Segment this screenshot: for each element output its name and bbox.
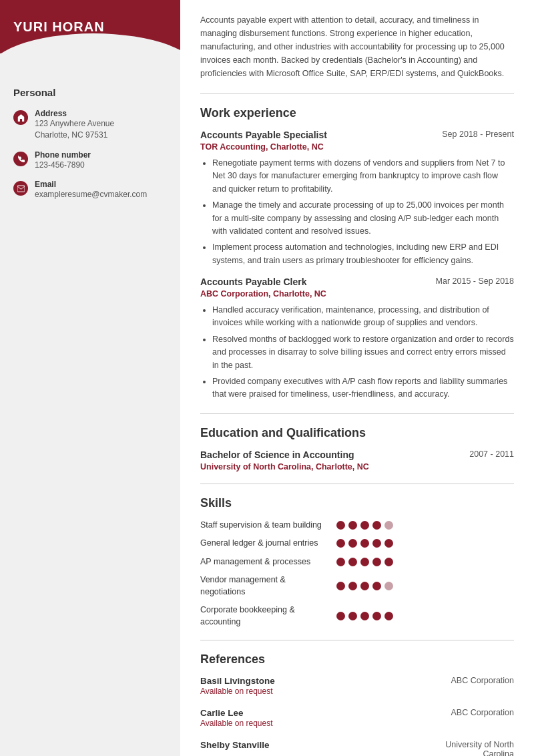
sidebar-header: YURI HORAN — [0, 0, 180, 53]
dot — [348, 582, 357, 590]
dot — [384, 582, 393, 590]
references-section: References Basil Livingstone ABC Corpora… — [200, 652, 514, 756]
dot — [372, 558, 381, 566]
dot — [372, 612, 381, 620]
job-2-title: Accounts Payable Clerk — [200, 276, 307, 287]
skills-grid: Staff supervision & team building Genera… — [200, 520, 514, 628]
ref-2-company: University of NorthCarolina — [445, 740, 514, 756]
email-label: Email — [35, 180, 147, 189]
ref-item-1: Carlie Lee ABC Corporation Available on … — [200, 708, 514, 728]
ref-item-2: Shelby Stanville University of NorthCaro… — [200, 740, 514, 756]
ref-1-company: ABC Corporation — [451, 708, 515, 717]
phone-value: 123-456-7890 — [35, 160, 91, 171]
skill-0-name: Staff supervision & team building — [200, 520, 327, 532]
email-content: Email exampleresume@cvmaker.com — [35, 180, 147, 200]
bullet-item: Provided company executives with A/P cas… — [212, 375, 514, 401]
job-1-dates: Sep 2018 - Present — [442, 130, 514, 139]
phone-item: Phone number 123-456-7890 — [13, 150, 167, 171]
skill-row-1: General ledger & journal entries — [200, 538, 514, 550]
dot — [384, 612, 393, 620]
divider-3 — [200, 484, 514, 484]
svg-rect-0 — [17, 186, 25, 192]
job-1-title: Accounts Payable Specialist — [200, 130, 327, 140]
bullet-item: Implement process automation and technol… — [212, 241, 514, 267]
job-1-company: TOR Accounting, Charlotte, NC — [200, 142, 514, 152]
job-2-bullets: Handled accuracy verification, maintenan… — [200, 304, 514, 401]
ref-item-0: Basil Livingstone ABC Corporation Availa… — [200, 676, 514, 696]
phone-content: Phone number 123-456-7890 — [35, 150, 91, 171]
dot — [336, 558, 345, 566]
work-experience-title: Work experience — [200, 106, 514, 120]
divider-2 — [200, 413, 514, 414]
dot — [348, 521, 357, 530]
skill-1-dots — [336, 539, 393, 548]
dot — [336, 582, 345, 590]
skill-3-dots — [336, 582, 393, 590]
dot — [372, 539, 381, 548]
job-2: Accounts Payable Clerk Mar 2015 - Sep 20… — [200, 276, 514, 401]
skill-row-0: Staff supervision & team building — [200, 520, 514, 532]
job-2-header: Accounts Payable Clerk Mar 2015 - Sep 20… — [200, 276, 514, 287]
dot — [360, 558, 369, 566]
dot — [360, 521, 369, 530]
skill-4-dots — [336, 612, 393, 620]
dot — [336, 521, 345, 530]
bullet-item: Resolved months of backlogged work to re… — [212, 333, 514, 372]
dot — [360, 582, 369, 590]
dot — [372, 521, 381, 530]
email-svg — [17, 185, 25, 192]
ref-0-name: Basil Livingstone — [200, 676, 275, 686]
ref-1-available: Available on request — [200, 719, 273, 728]
job-1-header: Accounts Payable Specialist Sep 2018 - P… — [200, 130, 514, 140]
skill-row-3: Vendor management & negotiations — [200, 574, 514, 598]
education-title: Education and Qualifications — [200, 426, 514, 440]
skill-2-dots — [336, 558, 393, 566]
email-item: Email exampleresume@cvmaker.com — [13, 180, 167, 200]
bullet-item: Manage the timely and accurate processin… — [212, 199, 514, 238]
dot — [348, 612, 357, 620]
address-icon — [13, 110, 28, 125]
dot — [336, 539, 345, 548]
job-2-company: ABC Corporation, Charlotte, NC — [200, 289, 514, 299]
ref-2-row: Shelby Stanville University of NorthCaro… — [200, 740, 514, 756]
resume-page: YURI HORAN Personal Address 123 Anywhere… — [0, 0, 534, 756]
main-content: Accounts payable expert with attention t… — [180, 0, 534, 756]
skill-4-name: Corporate bookkeeping & accounting — [200, 604, 327, 628]
dot — [348, 539, 357, 548]
skill-0-dots — [336, 521, 393, 530]
divider-1 — [200, 93, 514, 94]
skill-2-name: AP management & processes — [200, 556, 327, 568]
skill-row-2: AP management & processes — [200, 556, 514, 568]
dot — [384, 558, 393, 566]
email-value: exampleresume@cvmaker.com — [35, 189, 147, 200]
ref-2-name: Shelby Stanville — [200, 740, 270, 750]
job-1: Accounts Payable Specialist Sep 2018 - P… — [200, 130, 514, 267]
skills-section: Skills Staff supervision & team building — [200, 496, 514, 628]
email-icon — [13, 181, 28, 196]
sidebar: YURI HORAN Personal Address 123 Anywhere… — [0, 0, 180, 756]
dot — [384, 521, 393, 530]
phone-label: Phone number — [35, 150, 91, 160]
bullet-item: Renegotiate payment terms with dozens of… — [212, 157, 514, 196]
ref-1-row: Carlie Lee ABC Corporation — [200, 708, 514, 718]
edu-0-header: Bachelor of Science in Accounting 2007 -… — [200, 449, 514, 460]
edu-0-dates: 2007 - 2011 — [469, 449, 514, 459]
address-item: Address 123 Anywhere AvenueCharlotte, NC… — [13, 109, 167, 141]
work-experience-section: Work experience Accounts Payable Special… — [200, 106, 514, 401]
ref-0-company: ABC Corporation — [451, 676, 515, 685]
ref-0-row: Basil Livingstone ABC Corporation — [200, 676, 514, 686]
job-1-bullets: Renegotiate payment terms with dozens of… — [200, 157, 514, 267]
education-section: Education and Qualifications Bachelor of… — [200, 426, 514, 471]
ref-1-name: Carlie Lee — [200, 708, 244, 718]
dot — [360, 612, 369, 620]
divider-4 — [200, 640, 514, 640]
dot — [360, 539, 369, 548]
skills-title: Skills — [200, 496, 514, 510]
home-svg — [17, 114, 25, 122]
dot — [384, 539, 393, 548]
bullet-item: Handled accuracy verification, maintenan… — [212, 304, 514, 330]
edu-item-0: Bachelor of Science in Accounting 2007 -… — [200, 449, 514, 471]
skill-3-name: Vendor management & negotiations — [200, 574, 327, 598]
phone-svg — [17, 155, 25, 162]
skill-1-name: General ledger & journal entries — [200, 538, 327, 550]
